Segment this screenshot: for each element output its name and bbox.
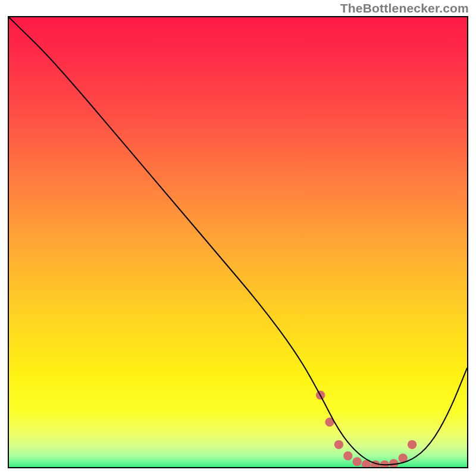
curve-layer (9, 17, 467, 467)
highlight-dot (353, 457, 362, 466)
plot-area (8, 16, 468, 468)
attribution-label: TheBottlenecker.com (340, 1, 469, 15)
highlight-dot (389, 459, 398, 467)
chart-frame: TheBottlenecker.com (0, 0, 476, 476)
highlight-dot (408, 440, 416, 449)
highlight-dots (316, 390, 416, 467)
highlight-dot (343, 452, 352, 461)
highlight-dot (380, 461, 389, 467)
bottleneck-curve (9, 17, 467, 465)
highlight-dot (334, 440, 343, 449)
